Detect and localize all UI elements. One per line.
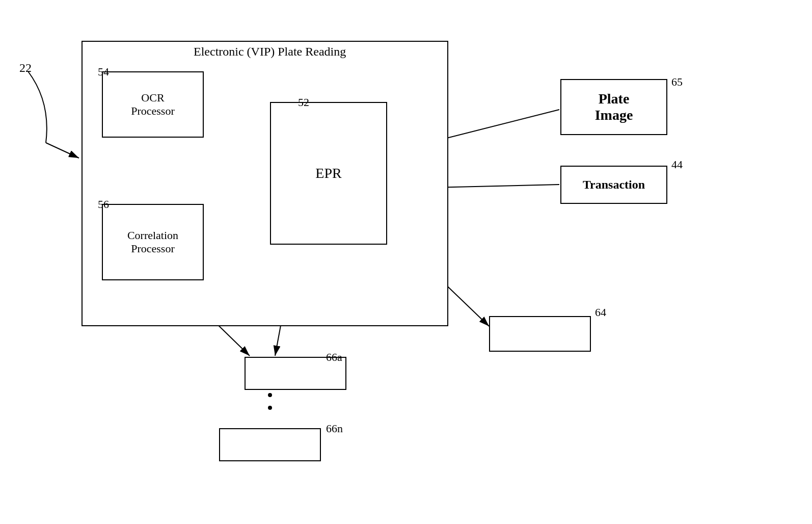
ocr-label: OCR Processor <box>131 91 175 118</box>
box-64 <box>489 316 591 352</box>
epr-box: EPR <box>270 102 387 245</box>
dot1 <box>268 393 272 397</box>
correlation-processor-box: Correlation Processor <box>102 204 204 280</box>
ref-56-label: 56 <box>98 198 109 211</box>
ref-65-label: 65 <box>671 75 683 89</box>
ref-44-label: 44 <box>671 158 683 171</box>
ref-22-arrow <box>46 143 79 158</box>
ref-66n-label: 66n <box>326 422 343 435</box>
plate-image-box: Plate Image <box>560 79 667 135</box>
ref-22-curve <box>28 71 47 143</box>
ref-66a-label: 66a <box>326 351 342 364</box>
main-title: Electronic (VIP) Plate Reading <box>194 45 346 59</box>
transaction-box: Transaction <box>560 166 667 204</box>
ref-54-label: 54 <box>98 65 109 78</box>
corr-label: Correlation Processor <box>127 229 178 255</box>
dot2 <box>268 406 272 410</box>
ocr-processor-box: OCR Processor <box>102 71 204 138</box>
box-66n <box>219 428 321 461</box>
diagram-container: Electronic (VIP) Plate Reading OCR Proce… <box>0 0 812 524</box>
ref-22-label: 22 <box>19 61 32 75</box>
ref-52-label: 52 <box>298 96 309 109</box>
plate-image-label: Plate Image <box>595 91 633 123</box>
ref-64-label: 64 <box>595 306 606 319</box>
